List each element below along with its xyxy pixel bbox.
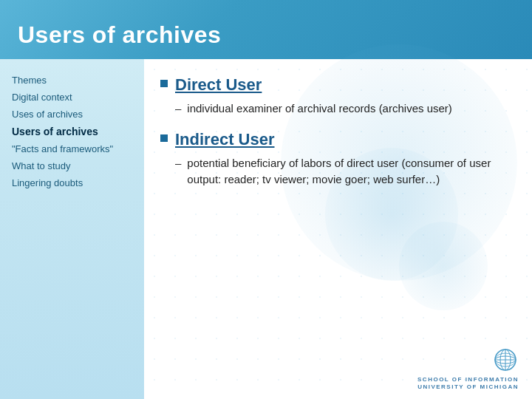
page: Users of archives Themes Digital context… xyxy=(0,0,532,399)
direct-user-title: Direct User xyxy=(175,75,262,95)
main-inner: Direct User – individual examiner of arc… xyxy=(160,75,511,187)
header: Users of archives xyxy=(0,0,532,59)
sidebar: Themes Digital context Uses of archives … xyxy=(0,59,144,399)
direct-user-sub-bullets: – individual examiner of archival record… xyxy=(175,100,511,117)
sidebar-item-uses-of-archives[interactable]: Uses of archives xyxy=(10,106,134,122)
footer-logo: SCHOOL OF INFORMATION UNIVERSITY OF MICH… xyxy=(417,347,519,390)
bullet-square-icon xyxy=(160,80,168,87)
globe-icon xyxy=(492,347,519,373)
direct-user-row: Direct User xyxy=(160,75,511,95)
indirect-user-section: Indirect User – potential beneficiary of… xyxy=(160,130,511,188)
content-area: Themes Digital context Uses of archives … xyxy=(0,59,532,399)
footer-school-name: SCHOOL OF INFORMATION xyxy=(417,376,519,383)
sidebar-item-digital-context[interactable]: Digital context xyxy=(10,89,134,105)
indirect-user-row: Indirect User xyxy=(160,130,511,149)
sidebar-item-lingering-doubts[interactable]: Lingering doubts xyxy=(10,175,134,191)
indirect-user-sub-bullets: – potential beneficiary of labors of dir… xyxy=(175,155,511,188)
direct-user-section: Direct User – individual examiner of arc… xyxy=(160,75,511,117)
indirect-user-title: Indirect User xyxy=(175,130,275,149)
indirect-user-sub-item-1: – potential beneficiary of labors of dir… xyxy=(175,155,511,188)
page-title: Users of archives xyxy=(18,21,221,49)
footer-university-name: UNIVERSITY OF MICHIGAN xyxy=(417,383,519,390)
footer-logo-area: SCHOOL OF INFORMATION UNIVERSITY OF MICH… xyxy=(417,347,519,390)
indirect-user-sub-text-1: potential beneficiary of labors of direc… xyxy=(187,155,511,188)
dash-icon-1: – xyxy=(175,102,181,115)
sidebar-item-users-of-archives[interactable]: Users of archives xyxy=(10,123,134,140)
sidebar-item-themes[interactable]: Themes xyxy=(10,72,134,88)
dash-icon-2: – xyxy=(175,157,181,169)
direct-user-sub-item-1: – individual examiner of archival record… xyxy=(175,100,511,117)
bullet-square-icon-2 xyxy=(160,134,168,142)
sidebar-item-facts-and-frameworks[interactable]: "Facts and frameworks" xyxy=(10,141,134,157)
main-content: Direct User – individual examiner of arc… xyxy=(144,59,532,399)
sidebar-item-what-to-study[interactable]: What to study xyxy=(10,158,134,174)
direct-user-sub-text-1: individual examiner of archival records … xyxy=(187,100,451,117)
